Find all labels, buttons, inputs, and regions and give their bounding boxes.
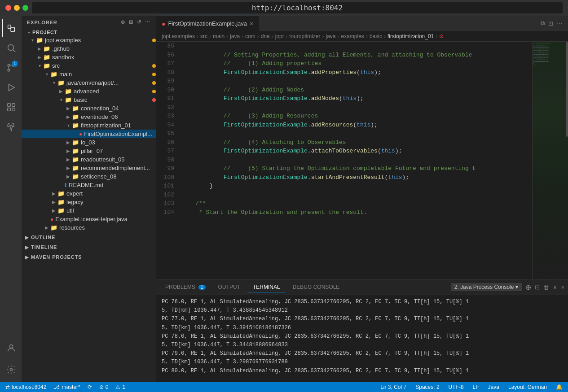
breadcrumb-item[interactable]: com — [245, 33, 255, 39]
sidebar-item-readme[interactable]: ℹ README.md — [22, 181, 156, 189]
status-notifications[interactable]: 🔔 — [554, 384, 564, 390]
timeline-section[interactable]: ▶ TIMELINE — [22, 242, 156, 252]
outline-section[interactable]: ▶ OUTLINE — [22, 232, 156, 242]
sidebar-item-firstoptimization01[interactable]: ▾ 📁 firstoptimization_01 — [22, 121, 156, 130]
problems-badge: 1 — [198, 285, 206, 290]
status-spaces[interactable]: Spaces: 2 — [414, 384, 441, 390]
sidebar-item-sandbox[interactable]: ▶ 📁 sandbox — [22, 53, 156, 61]
status-warnings[interactable]: ⚠ 1 — [114, 384, 127, 390]
maven-section[interactable]: ▶ MAVEN PROJECTS — [22, 252, 156, 261]
arrow-icon: ▾ — [43, 72, 50, 77]
status-encoding[interactable]: UTF-8 — [447, 384, 466, 390]
split-editor-icon[interactable]: ⧉ — [541, 20, 545, 27]
explorer-nav-button[interactable] — [2, 19, 20, 37]
status-eol[interactable]: LF — [471, 384, 481, 390]
sidebar-item-readout05[interactable]: ▶ 📁 readoutresult_05 — [22, 155, 156, 164]
sidebar-item-resources[interactable]: ▶ 📁 resources — [22, 223, 156, 232]
breadcrumb-item[interactable]: java — [326, 33, 336, 39]
code-line: /** — [181, 199, 528, 208]
sidebar-item-expert[interactable]: ▶ 📁 expert — [22, 189, 156, 198]
terminal-output: PC 76.0, RE 1, AL SimulatedAnnealing, JC… — [156, 295, 568, 382]
split-terminal-icon[interactable]: ⊡ — [535, 284, 540, 291]
sidebar-item-io03[interactable]: ▶ 📁 io_03 — [22, 138, 156, 147]
status-branch[interactable]: ⎇ master* — [52, 384, 82, 390]
tab-terminal[interactable]: TERMINAL — [247, 282, 286, 292]
breadcrumb-item[interactable]: jopt.examples — [162, 33, 195, 39]
new-folder-icon[interactable]: ⊞ — [129, 19, 133, 25]
breadcrumb-item[interactable]: basic — [370, 33, 382, 39]
sidebar-item-project[interactable]: ▾ PROJECT — [22, 29, 156, 36]
breadcrumb-current[interactable]: firstoptimization_01 — [387, 33, 434, 39]
minimap-content: // Setting Properties... // (1) Adding..… — [533, 42, 568, 279]
source-control-nav-button[interactable]: 1 — [2, 59, 20, 77]
terminal-line: 5, TD[km] 1036.447, T 3.298769776931789 — [162, 358, 563, 366]
breadcrumb-overflow[interactable]: ⊙ — [439, 33, 444, 39]
status-errors[interactable]: ⊘ 0 — [97, 384, 110, 390]
layout-icon[interactable]: ⊡ — [548, 20, 553, 27]
code-line — [181, 129, 528, 138]
code-editor[interactable]: // Setting Properties, adding all Elemen… — [178, 42, 532, 279]
sidebar-item-firstoptimizationexample[interactable]: ● FirstOptimizationExampl... — [22, 130, 156, 138]
svg-line-3 — [13, 50, 15, 52]
breadcrumb-item[interactable]: touroptimizer — [289, 33, 320, 39]
maximize-button[interactable] — [22, 5, 28, 11]
refresh-icon[interactable]: ↺ — [137, 19, 141, 25]
new-file-icon[interactable]: ⊕ — [121, 19, 125, 25]
delete-terminal-icon[interactable]: 🗑 — [543, 284, 549, 291]
status-layout[interactable]: Layout: German — [506, 384, 549, 390]
account-nav-button[interactable] — [2, 339, 20, 357]
status-language[interactable]: Java — [486, 384, 501, 390]
status-remote[interactable]: ⇄ localhost:8042 — [4, 384, 48, 390]
breadcrumb-item[interactable]: main — [213, 33, 225, 39]
warning-count: 1 — [122, 384, 125, 390]
arrow-icon: ▶ — [25, 245, 29, 250]
sidebar-item-basic[interactable]: ▾ 📁 basic — [22, 96, 156, 104]
maximize-panel-icon[interactable]: ∧ — [553, 284, 557, 291]
breadcrumb-item[interactable]: jopt — [275, 33, 284, 39]
tab-firstoptimizationexample[interactable]: ● FirstOptimizationExample.java × — [156, 16, 259, 31]
extensions-nav-button[interactable] — [2, 98, 20, 116]
breadcrumb-item[interactable]: java — [230, 33, 240, 39]
breadcrumb-item[interactable]: dna — [261, 33, 270, 39]
sidebar-item-examplelicensehelper[interactable]: ● ExampleLicenseHelper.java — [22, 215, 156, 223]
tab-debug-console[interactable]: DEBUG CONSOLE — [287, 282, 345, 292]
more-actions-icon[interactable]: ⋯ — [557, 20, 563, 27]
close-panel-icon[interactable]: × — [561, 284, 564, 291]
status-sync[interactable]: ⟳ — [86, 384, 94, 390]
cursor-position: Ln 3, Col 7 — [380, 384, 406, 390]
folder-icon: 📁 — [57, 199, 65, 205]
breadcrumb-item[interactable]: examples — [341, 33, 364, 39]
run-nav-button[interactable] — [2, 78, 20, 96]
sidebar-item-eventnode06[interactable]: ▶ 📁 eventnode_06 — [22, 113, 156, 121]
minimize-button[interactable] — [14, 5, 20, 11]
sidebar-item-pillar07[interactable]: ▶ 📁 pillar_07 — [22, 147, 156, 155]
add-terminal-icon[interactable]: ⊕ — [525, 283, 531, 292]
test-nav-button[interactable] — [2, 118, 20, 136]
tab-output[interactable]: OUTPUT — [213, 282, 246, 292]
collapse-icon[interactable]: ⋯ — [145, 19, 150, 25]
sidebar-item-connection04[interactable]: ▶ 📁 connection_04 — [22, 104, 156, 113]
terminal-selector[interactable]: 2: Java Process Console ▾ — [451, 283, 522, 291]
sidebar-item-main[interactable]: ▾ 📁 main — [22, 70, 156, 78]
sidebar-item-java-path[interactable]: ▾ 📁 java/com/dna/jopt/... — [22, 78, 156, 87]
tab-close-button[interactable]: × — [250, 20, 253, 27]
code-line — [181, 77, 528, 86]
sidebar-item-legacy[interactable]: ▶ 📁 legacy — [22, 198, 156, 206]
source-control-badge: 1 — [12, 61, 18, 67]
sidebar-item-recommended[interactable]: ▶ 📁 recommendedimplement... — [22, 164, 156, 172]
sidebar-item-jopt-examples[interactable]: ▾ 📁 jopt.examples — [22, 36, 156, 44]
settings-nav-button[interactable] — [2, 361, 20, 379]
breadcrumb-item[interactable]: src — [200, 33, 207, 39]
sidebar-item-advanced[interactable]: ▶ 📁 advanced — [22, 87, 156, 96]
sidebar-header-actions[interactable]: ⊕ ⊞ ↺ ⋯ — [121, 19, 150, 25]
svg-rect-0 — [8, 25, 11, 29]
url-bar[interactable] — [32, 2, 563, 13]
sidebar-item-github[interactable]: ▶ 📁 .github — [22, 44, 156, 53]
sidebar-item-src[interactable]: ▾ 📁 src — [22, 61, 156, 70]
search-nav-button[interactable] — [2, 39, 20, 57]
sidebar-item-util[interactable]: ▶ 📁 util — [22, 206, 156, 215]
tab-problems[interactable]: PROBLEMS 1 — [160, 282, 211, 292]
close-button[interactable] — [5, 5, 11, 11]
status-cursor[interactable]: Ln 3, Col 7 — [379, 384, 408, 390]
sidebar-item-setlicense08[interactable]: ▶ 📁 setlicense_08 — [22, 172, 156, 181]
